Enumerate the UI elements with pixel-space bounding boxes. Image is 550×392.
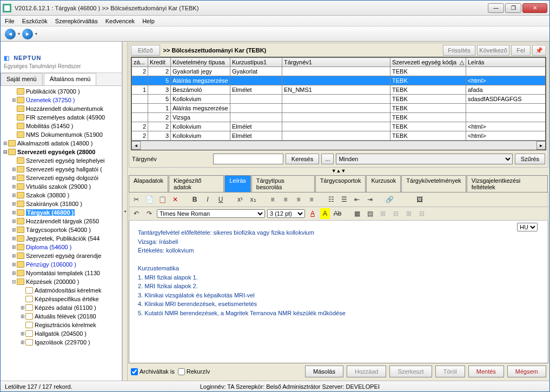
tree-item[interactable]: ⊞Diploma (54600 ) bbox=[3, 243, 121, 251]
detail-tab[interactable]: Tárgycsoportok bbox=[315, 175, 366, 192]
detail-tab[interactable]: Alapadatok bbox=[129, 175, 168, 192]
menu-help[interactable]: Help bbox=[142, 18, 155, 24]
image-icon[interactable]: 🖼 bbox=[414, 194, 425, 205]
tree-item[interactable]: Adatmódosítási kérelmek bbox=[3, 286, 121, 295]
align-justify-icon[interactable]: ≡ bbox=[306, 194, 317, 205]
col-desc[interactable]: Leírás bbox=[466, 58, 546, 67]
delete-icon[interactable]: ✕ bbox=[170, 194, 181, 205]
strike-icon[interactable]: Ab bbox=[332, 208, 343, 219]
sub-button[interactable]: x₁ bbox=[248, 194, 259, 205]
close-button[interactable]: ✕ bbox=[522, 3, 547, 13]
nav-tree[interactable]: Publikációk (37000 )⊞Üzenetek (37250 )Ho… bbox=[1, 86, 122, 381]
grid-header-row[interactable]: zá... Kredit Követelmény típusa Kurzustí… bbox=[132, 58, 546, 67]
detail-tab[interactable]: Kurzusok bbox=[366, 175, 401, 192]
tree-item[interactable]: ⊞Szervezeti egység dolgozói bbox=[3, 174, 121, 182]
undo-icon[interactable]: ↶ bbox=[131, 208, 142, 219]
up-button[interactable]: Fel bbox=[511, 45, 531, 56]
recursive-checkbox[interactable]: Rekurzív bbox=[178, 368, 210, 375]
save-button[interactable]: Mentés bbox=[468, 366, 504, 377]
tree-item[interactable]: ⊞Alkalmazotti adatok (14800 ) bbox=[3, 139, 121, 148]
detail-tab[interactable]: Leírás bbox=[224, 175, 251, 192]
refresh-button[interactable]: Frissítés bbox=[443, 45, 475, 56]
search-more-button[interactable]: ... bbox=[321, 154, 334, 164]
collapse-handle[interactable]: ◂ bbox=[122, 42, 128, 381]
insrow-icon[interactable]: ⊞ bbox=[377, 208, 388, 219]
menu-tools[interactable]: Eszközök bbox=[22, 18, 48, 24]
tree-item[interactable]: ⊟Képzések (200000 ) bbox=[3, 277, 121, 286]
font-select[interactable]: Times New Roman bbox=[157, 209, 265, 218]
delete-button[interactable]: Töröl bbox=[435, 366, 465, 377]
table-row[interactable]: 1Aláírás megszerzéseTEBK bbox=[132, 104, 546, 113]
bold-button[interactable]: B bbox=[189, 194, 200, 205]
table-row[interactable]: 5KollokviumTEBKsdasdfASDFAGFGS bbox=[132, 95, 546, 104]
tree-item[interactable]: ⊞Üzenetek (37250 ) bbox=[3, 96, 121, 104]
size-select[interactable]: 3 (12 pt) bbox=[267, 209, 305, 218]
nav-fwd-dropdown[interactable]: ▾ bbox=[35, 31, 37, 36]
maximize-button[interactable]: ❐ bbox=[505, 3, 521, 13]
scroll-left-icon[interactable]: ◄ bbox=[131, 141, 141, 150]
detail-tab[interactable]: Tárgykövetelmények bbox=[401, 175, 466, 192]
table-row[interactable]: 22KollokviumElméletTEBK<html> bbox=[132, 122, 546, 131]
nav-fwd-button[interactable]: ► bbox=[22, 29, 33, 39]
align-right-icon[interactable]: ≡ bbox=[293, 194, 304, 205]
cut-icon[interactable]: ✂ bbox=[131, 194, 142, 205]
tree-item[interactable]: ⊞Aktuális félévek (20180 bbox=[3, 312, 121, 321]
inscol-icon[interactable]: ⊞ bbox=[403, 208, 414, 219]
tab-general-menu[interactable]: Általános menü bbox=[44, 73, 97, 85]
tree-item[interactable]: Szervezeti egység telephelyei bbox=[3, 156, 121, 165]
list-num-icon[interactable]: ☷ bbox=[326, 194, 336, 205]
data-grid[interactable]: zá... Kredit Követelmény típusa Kurzustí… bbox=[131, 57, 546, 150]
col-org[interactable]: Szervezeti egység kódja △ bbox=[390, 58, 466, 67]
tree-item[interactable]: ⊞Pénzügy (106000 ) bbox=[3, 260, 121, 269]
detail-tab[interactable]: Kiegészítő adatok bbox=[169, 175, 224, 192]
table-row[interactable]: 13BeszámolóElméletEN_NMS1TEBKafada bbox=[132, 85, 546, 95]
tree-item[interactable]: ⊞Nyomtatási templatek (1130 bbox=[3, 269, 121, 277]
tree-item[interactable]: Regisztrációs kérelmek bbox=[3, 321, 121, 329]
outdent-icon[interactable]: ⇤ bbox=[352, 194, 362, 205]
next-button[interactable]: Következő bbox=[477, 45, 509, 56]
tree-item[interactable]: ⊞Szervezeti egység órarendje bbox=[3, 251, 121, 260]
tree-item[interactable]: ⊞Jegyzetek, Publikációk (544 bbox=[3, 234, 121, 243]
col-za[interactable]: zá... bbox=[132, 58, 148, 67]
indent-icon[interactable]: ⇥ bbox=[365, 194, 375, 205]
nav-back-dropdown[interactable]: ▾ bbox=[18, 31, 20, 36]
menu-roles[interactable]: Szerepkörváltás bbox=[55, 18, 98, 24]
tree-item[interactable]: Publikációk (37000 ) bbox=[3, 87, 121, 96]
search-button[interactable]: Keresés bbox=[286, 154, 319, 164]
tree-item[interactable]: Képzésspecifikus értéke bbox=[3, 295, 121, 303]
detail-tab[interactable]: Tárgytípus besorolás bbox=[251, 175, 315, 192]
archived-checkbox[interactable]: Archiváltak is bbox=[131, 368, 175, 375]
nav-back-button[interactable]: ◄ bbox=[5, 29, 16, 39]
table-row[interactable]: 2VizsgaTEBK bbox=[132, 113, 546, 122]
align-center-icon[interactable]: ≡ bbox=[280, 194, 291, 205]
tree-item[interactable]: ⊞Hallgatók (204500 ) bbox=[3, 329, 121, 338]
col-kredit[interactable]: Kredit bbox=[148, 58, 171, 67]
tree-item[interactable]: ⊞Virtuális szakok (29000 ) bbox=[3, 182, 121, 191]
tree-item[interactable]: ⊞Hozzárendelt tárgyak (2650 bbox=[3, 217, 121, 225]
italic-button[interactable]: I bbox=[202, 194, 213, 205]
copy-icon[interactable]: 📄 bbox=[144, 194, 155, 205]
sup-button[interactable]: x¹ bbox=[235, 194, 246, 205]
table2-icon[interactable]: ▤ bbox=[365, 208, 375, 219]
delrow-icon[interactable]: ⊟ bbox=[390, 208, 401, 219]
redo-icon[interactable]: ↷ bbox=[144, 208, 155, 219]
table-row[interactable]: 22Gyakorlati jegyGyakorlatTEBK bbox=[132, 67, 546, 76]
lang-select[interactable]: HU bbox=[517, 223, 538, 231]
tree-item[interactable]: ⊞Képzés adatai (61100 ) bbox=[3, 303, 121, 312]
menu-fav[interactable]: Kedvencek bbox=[105, 18, 135, 24]
font-color-icon[interactable]: A bbox=[307, 208, 318, 219]
table-icon[interactable]: ▦ bbox=[352, 208, 362, 219]
tree-item[interactable]: ⊞Igazolások (229700 ) bbox=[3, 338, 121, 347]
tab-own-menu[interactable]: Saját menü bbox=[1, 73, 43, 85]
tree-item[interactable]: ⊞Szervezeti egység hallgatói ( bbox=[3, 165, 121, 174]
paste-icon[interactable]: 📋 bbox=[157, 194, 168, 205]
detail-tab[interactable]: Vizsgajelentkezési feltételek bbox=[467, 175, 548, 192]
filter-select[interactable]: Minden bbox=[336, 154, 512, 164]
col-req[interactable]: Követelmény típusa bbox=[171, 58, 230, 67]
search-input[interactable] bbox=[213, 154, 283, 164]
underline-button[interactable]: U bbox=[215, 194, 226, 205]
tree-item[interactable]: Mobilitás (51450 ) bbox=[3, 122, 121, 130]
highlight-icon[interactable]: A bbox=[320, 208, 330, 219]
copy-button[interactable]: Másolás bbox=[305, 366, 343, 377]
link-icon[interactable]: 🔗 bbox=[384, 194, 395, 205]
